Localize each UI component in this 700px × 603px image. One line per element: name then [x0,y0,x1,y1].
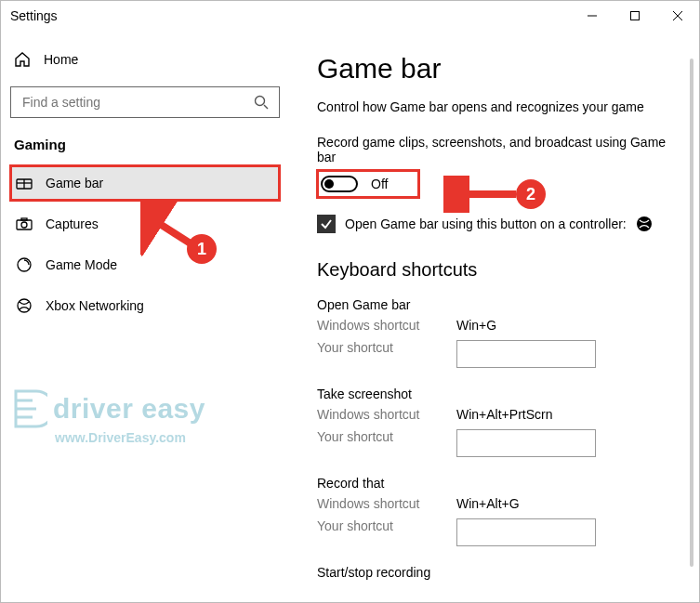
svg-point-10 [21,222,27,228]
sidebar: Home Gaming Game bar Captures Game M [1,31,289,603]
shortcut-group-screenshot: Take screenshot Windows shortcut Win+Alt… [317,387,671,457]
shortcuts-heading: Keyboard shortcuts [317,259,671,281]
shortcut-win-label: Windows shortcut [317,496,456,511]
nav-label: Captures [46,216,99,231]
svg-rect-1 [631,12,640,20]
shortcut-title: Record that [317,476,671,491]
window-controls [571,1,699,31]
window-title: Settings [10,8,58,23]
record-description: Record game clips, screenshots, and broa… [317,135,671,164]
shortcut-input[interactable] [456,518,596,546]
shortcut-your-label: Your shortcut [317,429,456,457]
game-bar-toggle-row[interactable]: Off [317,170,419,198]
shortcut-input[interactable] [456,340,596,368]
shortcut-group-open: Open Game bar Windows shortcut Win+G You… [317,297,671,368]
shortcut-win-value: Win+Alt+G [456,496,671,511]
controller-checkbox-row[interactable]: Open Game bar using this button on a con… [317,215,671,233]
nav-item-xbox-networking[interactable]: Xbox Networking [10,288,280,323]
shortcut-win-value: Win+Alt+PrtScrn [456,407,671,422]
nav-label: Game Mode [46,257,117,272]
checkbox-label: Open Game bar using this button on a con… [345,216,627,231]
shortcut-title: Start/stop recording [317,565,671,580]
content-pane: Game bar Control how Game bar opens and … [289,31,699,603]
shortcut-group-record-that: Record that Windows shortcut Win+Alt+G Y… [317,476,671,546]
page-description: Control how Game bar opens and recognize… [317,99,671,114]
shortcut-win-value: Win+G [456,318,671,333]
toggle-switch[interactable] [321,176,358,192]
shortcut-group-start-stop: Start/stop recording [317,565,671,580]
svg-rect-11 [21,218,27,220]
shortcut-title: Open Game bar [317,297,671,312]
scrollbar[interactable] [690,59,693,567]
home-link[interactable]: Home [10,44,280,75]
shortcut-win-label: Windows shortcut [317,407,456,422]
checkbox-checked-icon[interactable] [317,215,336,233]
svg-point-4 [256,97,265,106]
sidebar-section-heading: Gaming [14,137,276,152]
titlebar: Settings [1,1,699,31]
minimize-button[interactable] [571,1,614,31]
home-icon [14,51,31,68]
shortcut-your-label: Your shortcut [317,340,456,368]
game-bar-icon [16,175,33,191]
nav-label: Xbox Networking [46,298,144,313]
nav-label: Game bar [46,176,103,190]
search-icon [253,94,270,111]
nav-item-game-bar[interactable]: Game bar [10,165,280,201]
page-title: Game bar [317,53,671,85]
captures-icon [16,216,33,232]
search-input[interactable] [20,94,253,111]
close-button[interactable] [656,1,699,31]
shortcut-win-label: Windows shortcut [317,318,456,333]
xbox-logo-icon [636,216,653,232]
shortcut-title: Take screenshot [317,387,671,401]
svg-point-13 [18,299,31,312]
svg-line-5 [264,105,268,109]
maximize-button[interactable] [614,1,656,31]
xbox-icon [16,297,33,314]
search-box[interactable] [10,86,280,118]
toggle-state-label: Off [371,177,388,191]
svg-point-14 [637,216,652,231]
nav-item-game-mode[interactable]: Game Mode [10,247,280,282]
nav-item-captures[interactable]: Captures [10,206,280,242]
shortcut-your-label: Your shortcut [317,518,456,546]
shortcut-input[interactable] [456,429,596,457]
game-mode-icon [16,256,33,273]
home-label: Home [44,52,78,67]
